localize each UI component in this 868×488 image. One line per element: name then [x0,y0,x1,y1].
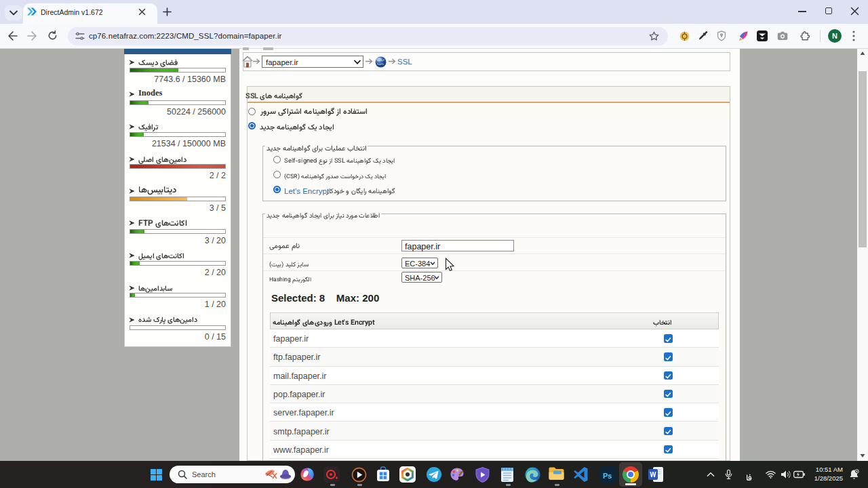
svg-text:Ps: Ps [603,472,612,480]
